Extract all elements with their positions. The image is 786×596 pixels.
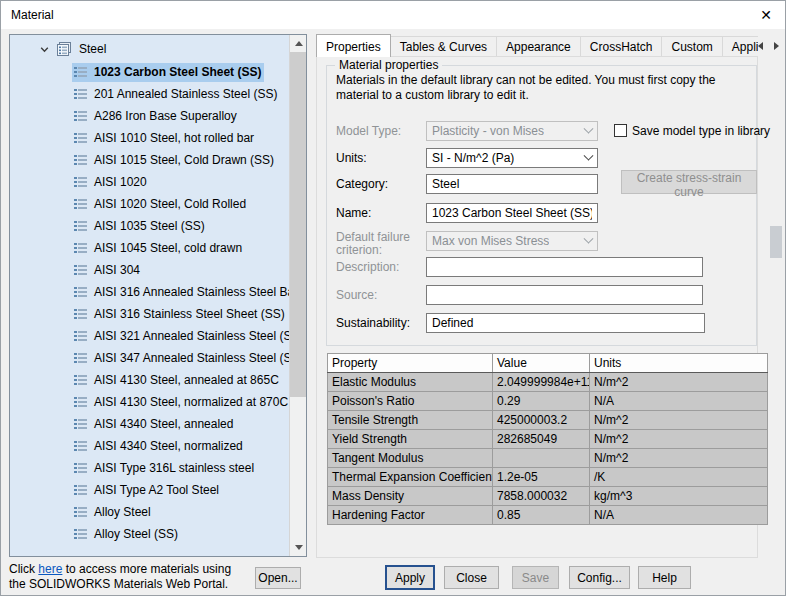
tree-item[interactable]: AISI 4130 Steel, annealed at 865C: [10, 369, 289, 391]
value-cell[interactable]: [493, 449, 590, 468]
tab[interactable]: Properties: [316, 34, 391, 57]
open-button[interactable]: Open...: [255, 567, 301, 589]
tree-item[interactable]: AISI 1045 Steel, cold drawn: [10, 237, 289, 259]
chevron-down-icon[interactable]: [38, 43, 50, 55]
tab[interactable]: CrossHatch: [580, 36, 663, 57]
tree-item[interactable]: AISI 1010 Steel, hot rolled bar: [10, 127, 289, 149]
units-cell: kg/m^3: [590, 487, 768, 506]
table-row[interactable]: Hardening Factor 0.85 N/A: [328, 506, 768, 525]
config-button[interactable]: Config...: [569, 566, 630, 589]
material-icon: [74, 418, 87, 430]
close-dialog-button[interactable]: Close: [444, 566, 499, 589]
tree-item[interactable]: AISI 4130 Steel, normalized at 870C: [10, 391, 289, 413]
apply-button[interactable]: Apply: [385, 565, 435, 590]
tree-node-steel[interactable]: Steel: [10, 38, 106, 60]
failure-criterion-label-line2: criterion:: [336, 243, 426, 257]
table-row[interactable]: Tangent Modulus N/m^2: [328, 449, 768, 468]
titlebar: Material ✕: [1, 1, 785, 29]
table-row[interactable]: Tensile Strength 425000003.2 N/m^2: [328, 411, 768, 430]
tab-scroll-arrows: [754, 38, 782, 53]
value-cell[interactable]: 0.85: [493, 506, 590, 525]
model-type-select: Plasticity - von Mises: [426, 121, 598, 141]
tree-item-list: 1023 Carbon Steel Sheet (SS) 201 A: [10, 61, 289, 545]
tree-item[interactable]: AISI 304: [10, 259, 289, 281]
tree-item[interactable]: Alloy Steel (SS): [10, 523, 289, 545]
tree-item[interactable]: A286 Iron Base Superalloy: [10, 105, 289, 127]
tab[interactable]: Appearance: [496, 36, 581, 57]
tree-item[interactable]: Alloy Steel: [10, 501, 289, 523]
tree-item-label: Alloy Steel (SS): [94, 527, 178, 541]
tab[interactable]: Tables & Curves: [390, 36, 497, 57]
value-cell[interactable]: 425000003.2: [493, 411, 590, 430]
save-model-type-checkbox[interactable]: [614, 124, 627, 137]
material-category-icon: [56, 42, 72, 56]
material-icon: [74, 308, 87, 320]
table-row[interactable]: Elastic Modulus 2.049999984e+11 N/m^2: [328, 373, 768, 392]
tree-item-label: AISI 316 Annealed Stainless Steel Ba: [94, 285, 289, 299]
scroll-up-icon[interactable]: [290, 35, 307, 52]
table-header-row: Property Value Units: [328, 354, 768, 373]
tree-item[interactable]: AISI 1015 Steel, Cold Drawn (SS): [10, 149, 289, 171]
tree-item[interactable]: AISI Type A2 Tool Steel: [10, 479, 289, 501]
tree-item[interactable]: AISI 1020: [10, 171, 289, 193]
scroll-down-icon[interactable]: [290, 539, 307, 556]
panel-scroll-thumb[interactable]: [770, 226, 782, 258]
units-cell: /K: [590, 468, 768, 487]
name-input[interactable]: [426, 203, 598, 223]
value-cell[interactable]: 0.29: [493, 392, 590, 411]
tree-item-label: AISI 1020: [94, 175, 147, 189]
tree-item[interactable]: AISI 347 Annealed Stainless Steel (S: [10, 347, 289, 369]
tree-item[interactable]: 201 Annealed Stainless Steel (SS): [10, 83, 289, 105]
material-icon: [74, 132, 87, 144]
table-row[interactable]: Yield Strength 282685049 N/m^2: [328, 430, 768, 449]
material-icon: [74, 176, 87, 188]
sustainability-input[interactable]: [426, 313, 705, 333]
table-row[interactable]: Mass Density 7858.000032 kg/m^3: [328, 487, 768, 506]
category-input[interactable]: [426, 174, 598, 194]
table-row[interactable]: Thermal Expansion Coefficient 1.2e-05 /K: [328, 468, 768, 487]
material-icon: [74, 484, 87, 496]
scroll-thumb[interactable]: [290, 52, 306, 397]
here-link[interactable]: here: [38, 562, 62, 576]
value-cell[interactable]: 282685049: [493, 430, 590, 449]
tree-root-label: Steel: [79, 42, 106, 56]
tree-item[interactable]: AISI Type 316L stainless steel: [10, 457, 289, 479]
tree-item[interactable]: AISI 1035 Steel (SS): [10, 215, 289, 237]
tree-scrollbar[interactable]: [289, 35, 306, 556]
tree-item[interactable]: AISI 321 Annealed Stainless Steel (S: [10, 325, 289, 347]
close-button[interactable]: ✕: [749, 2, 783, 28]
material-icon: [74, 352, 87, 364]
column-header-value: Value: [493, 354, 590, 373]
table-row[interactable]: Poisson's Ratio 0.29 N/A: [328, 392, 768, 411]
material-icon: [74, 264, 87, 276]
description-input[interactable]: [426, 257, 703, 277]
tree-item[interactable]: 1023 Carbon Steel Sheet (SS): [10, 61, 289, 83]
value-cell[interactable]: 2.049999984e+11: [493, 373, 590, 392]
help-button[interactable]: Help: [638, 566, 691, 589]
column-header-property: Property: [328, 354, 493, 373]
failure-criterion-select: Max von Mises Stress: [426, 231, 598, 251]
units-select[interactable]: SI - N/m^2 (Pa): [426, 148, 598, 168]
material-icon: [74, 66, 87, 78]
tree-item[interactable]: AISI 1020 Steel, Cold Rolled: [10, 193, 289, 215]
value-cell[interactable]: 1.2e-05: [493, 468, 590, 487]
source-input[interactable]: [426, 285, 703, 305]
tab-scroll-left-icon[interactable]: [754, 38, 766, 53]
material-icon: [74, 242, 87, 254]
tree-item[interactable]: AISI 4340 Steel, annealed: [10, 413, 289, 435]
tab-scroll-right-icon[interactable]: [770, 38, 782, 53]
value-cell[interactable]: 7858.000032: [493, 487, 590, 506]
tree-item[interactable]: AISI 316 Stainless Steel Sheet (SS): [10, 303, 289, 325]
tab-label: CrossHatch: [590, 40, 653, 54]
panel-scrollbar[interactable]: [770, 59, 782, 557]
units-cell: N/m^2: [590, 449, 768, 468]
tab-label: Appearance: [506, 40, 571, 54]
tab[interactable]: Application Dat: [722, 36, 758, 57]
material-icon: [74, 374, 87, 386]
property-cell: Hardening Factor: [328, 506, 493, 525]
tab[interactable]: Custom: [661, 36, 722, 57]
chevron-down-icon: [584, 150, 594, 160]
tree-item[interactable]: AISI 316 Annealed Stainless Steel Ba: [10, 281, 289, 303]
material-icon: [74, 110, 87, 122]
tree-item[interactable]: AISI 4340 Steel, normalized: [10, 435, 289, 457]
